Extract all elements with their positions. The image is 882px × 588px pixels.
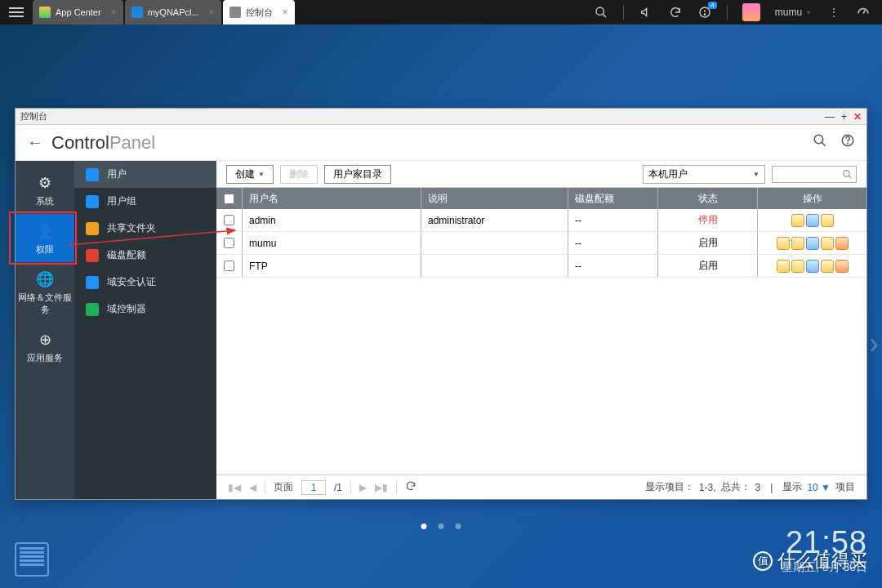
action-icon[interactable]	[835, 237, 849, 250]
table-row[interactable]: FTP -- 启用	[216, 255, 866, 278]
nav-icon: ⊕	[16, 331, 74, 349]
search-icon[interactable]	[813, 133, 827, 152]
primary-nav-item[interactable]: ⊕应用服务	[16, 323, 74, 371]
col-description[interactable]: 说明	[421, 188, 568, 209]
carousel-next-icon[interactable]: ›	[869, 327, 879, 361]
dot[interactable]	[439, 523, 444, 529]
pagesize-select[interactable]: 10 ▼	[807, 482, 831, 493]
user-dropdown[interactable]: mumu ▼	[775, 7, 812, 18]
nav-label: 用户组	[107, 194, 136, 208]
help-icon[interactable]	[840, 133, 855, 152]
action-icon[interactable]	[821, 260, 834, 273]
cell-quota: --	[568, 209, 658, 231]
action-icon[interactable]	[777, 260, 790, 273]
action-icon[interactable]	[791, 260, 804, 273]
watermark: 值什么值得买	[753, 549, 867, 573]
svg-point-0	[596, 7, 604, 15]
secondary-nav-item[interactable]: 域安全认证	[74, 269, 216, 296]
app-tabs: App Center×myQNAPcl...×控制台×	[33, 0, 296, 24]
action-icon[interactable]	[821, 214, 834, 227]
nav-label: 域控制器	[107, 302, 146, 316]
total-pages: /1	[334, 482, 342, 493]
app-tab[interactable]: App Center×	[33, 0, 123, 24]
action-icon[interactable]	[806, 237, 819, 250]
action-icon[interactable]	[777, 237, 790, 250]
primary-nav-item[interactable]: 👤权限	[16, 214, 74, 262]
svg-line-5	[863, 11, 865, 14]
close-button[interactable]: ✕	[853, 111, 862, 122]
username-label: mumu	[775, 7, 802, 18]
notification-badge: 4	[708, 2, 716, 9]
secondary-nav-item[interactable]: 用户	[74, 161, 216, 188]
dashboard-icon[interactable]	[856, 5, 871, 20]
app-tab[interactable]: myQNAPcl...×	[125, 0, 221, 24]
secondary-nav-item[interactable]: 用户组	[74, 188, 216, 215]
prev-page-icon[interactable]: ◀	[249, 482, 256, 493]
items-label: 项目	[835, 480, 855, 494]
tab-label: myQNAPcl...	[148, 7, 199, 17]
action-icon[interactable]	[806, 260, 819, 273]
action-icon[interactable]	[806, 214, 819, 227]
first-page-icon[interactable]: ▮◀	[228, 482, 241, 493]
cell-quota: --	[568, 255, 658, 277]
user-type-select[interactable]: 本机用户▼	[643, 165, 765, 184]
action-icon[interactable]	[835, 260, 849, 273]
backup-icon[interactable]	[668, 5, 683, 20]
create-button[interactable]: 创建 ▼	[226, 165, 274, 184]
secondary-nav-item[interactable]: 共享文件夹	[74, 215, 216, 242]
cell-status: 停用	[658, 209, 758, 231]
nav-icon: ⚙	[16, 174, 74, 192]
notification-icon[interactable]: 4	[697, 5, 712, 20]
last-page-icon[interactable]: ▶▮	[375, 482, 388, 493]
delete-button[interactable]: 删除	[280, 165, 318, 184]
secondary-nav-item[interactable]: 域控制器	[74, 296, 216, 323]
page-input[interactable]	[301, 480, 326, 495]
nav-label: 域安全认证	[107, 275, 156, 289]
col-quota[interactable]: 磁盘配额	[568, 188, 658, 209]
nav-icon	[86, 222, 99, 235]
action-icon[interactable]	[821, 237, 834, 250]
table-row[interactable]: admin administrator -- 停用	[216, 209, 866, 232]
cell-username: FTP	[243, 255, 421, 277]
secondary-nav-item[interactable]: 磁盘配额	[74, 242, 216, 269]
tab-icon	[39, 7, 51, 18]
dot[interactable]	[456, 523, 461, 529]
nav-icon	[86, 276, 99, 289]
table-row[interactable]: mumu -- 启用	[216, 232, 866, 255]
close-icon[interactable]: ×	[111, 7, 117, 18]
select-all-checkbox[interactable]	[224, 194, 234, 204]
minimize-button[interactable]: —	[825, 111, 835, 122]
search-icon[interactable]	[594, 5, 608, 20]
dot[interactable]	[421, 523, 427, 529]
primary-nav-item[interactable]: 🌐网络＆文件服务	[16, 262, 74, 323]
refresh-icon[interactable]	[405, 480, 416, 494]
search-input[interactable]	[772, 166, 857, 183]
maximize-button[interactable]: +	[841, 111, 847, 122]
cell-description	[421, 255, 568, 277]
next-page-icon[interactable]: ▶	[359, 482, 367, 493]
action-icon[interactable]	[791, 214, 804, 227]
action-icon[interactable]	[791, 237, 804, 250]
back-arrow-icon[interactable]: ←	[27, 133, 43, 152]
primary-nav-item[interactable]: ⚙系统	[16, 166, 74, 214]
col-status[interactable]: 状态	[658, 188, 758, 209]
dock-item[interactable]	[15, 542, 49, 577]
cell-quota: --	[568, 232, 658, 254]
app-tab[interactable]: 控制台×	[223, 0, 295, 24]
system-topbar: App Center×myQNAPcl...×控制台× 4 mumu ▼ ⋮	[0, 0, 882, 24]
close-icon[interactable]: ×	[283, 7, 288, 18]
row-checkbox[interactable]	[224, 215, 234, 225]
more-icon[interactable]: ⋮	[826, 5, 841, 20]
nav-icon	[86, 249, 99, 262]
menu-icon[interactable]	[0, 0, 33, 24]
window-titlebar[interactable]: 控制台 — + ✕	[16, 109, 866, 125]
homedir-button[interactable]: 用户家目录	[324, 165, 391, 184]
volume-icon[interactable]	[639, 5, 653, 20]
close-icon[interactable]: ×	[209, 7, 215, 18]
row-checkbox[interactable]	[224, 261, 234, 271]
row-checkbox[interactable]	[224, 238, 234, 248]
summary-range: 1-3,	[699, 482, 716, 493]
nav-icon: 👤	[16, 222, 74, 240]
avatar[interactable]	[742, 3, 760, 21]
col-username[interactable]: 用户名	[243, 188, 421, 209]
